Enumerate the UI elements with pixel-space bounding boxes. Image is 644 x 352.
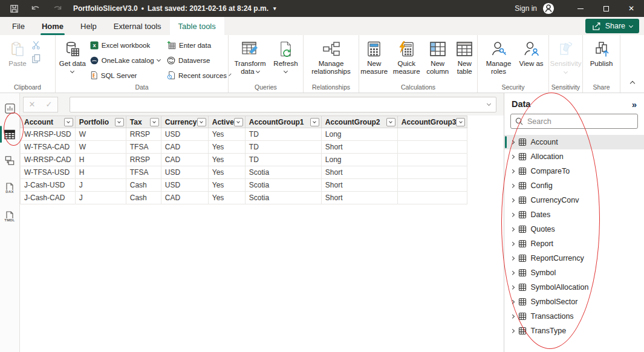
table-list-item-transactions[interactable]: Transactions <box>504 309 644 324</box>
get-data-button[interactable]: Get data <box>58 37 87 83</box>
table-cell[interactable]: CAD <box>161 141 208 154</box>
column-header-currency[interactable]: Currency <box>161 116 208 128</box>
expand-chevron-icon[interactable] <box>510 285 514 289</box>
sensitivity-button[interactable]: Sensitivity <box>549 37 582 83</box>
table-cell[interactable]: RRSP <box>126 128 161 141</box>
table-cell[interactable]: W <box>75 141 126 154</box>
tab-file[interactable]: File <box>4 17 33 35</box>
table-view-button[interactable] <box>0 124 20 145</box>
table-cell[interactable]: Scotia <box>245 179 321 192</box>
table-cell[interactable]: TFSA <box>126 141 161 154</box>
column-header-accountgroup2[interactable]: AccountGroup2 <box>321 116 397 128</box>
save-icon[interactable] <box>10 4 19 13</box>
tab-help[interactable]: Help <box>72 17 105 35</box>
expand-chevron-icon[interactable] <box>510 256 514 260</box>
refresh-button[interactable]: Refresh <box>270 37 302 83</box>
table-cell[interactable] <box>397 192 467 204</box>
dax-query-view-button[interactable]: DAX <box>0 178 20 198</box>
title-dropdown-icon[interactable]: ▾ <box>273 5 276 11</box>
table-cell[interactable]: Yes <box>208 141 245 154</box>
expand-chevron-icon[interactable] <box>510 140 514 144</box>
table-cell[interactable]: Short <box>321 192 397 204</box>
model-view-button[interactable] <box>0 150 20 171</box>
cancel-formula-icon[interactable]: ✕ <box>29 100 36 109</box>
table-list-item-quotes[interactable]: Quotes <box>504 222 644 236</box>
formula-expand-icon[interactable] <box>487 102 491 106</box>
tab-home[interactable]: Home <box>33 17 72 35</box>
undo-icon[interactable] <box>31 4 41 13</box>
share-button[interactable]: Share <box>585 19 639 33</box>
column-header-accountgroup3[interactable]: AccountGroup3 <box>397 116 467 128</box>
column-filter-button[interactable] <box>456 118 465 126</box>
table-cell[interactable]: TD <box>245 154 321 166</box>
table-cell[interactable]: Yes <box>208 179 245 192</box>
collapse-ribbon-button[interactable] <box>631 77 634 88</box>
expand-chevron-icon[interactable] <box>510 271 514 275</box>
expand-chevron-icon[interactable] <box>510 242 514 246</box>
column-filter-button[interactable] <box>115 118 124 126</box>
table-list-item-reportcurrency[interactable]: ReportCurrency <box>504 251 644 266</box>
expand-chevron-icon[interactable] <box>510 213 514 217</box>
new-table-button[interactable]: New table <box>452 37 477 83</box>
view-as-button[interactable]: View as <box>518 37 545 83</box>
table-list-item-dates[interactable]: Dates <box>504 207 644 222</box>
table-cell[interactable]: W-RRSP-USD <box>21 128 76 141</box>
table-cell[interactable] <box>397 179 467 192</box>
column-filter-button[interactable] <box>197 118 206 126</box>
quick-measure-button[interactable]: Quick measure <box>389 37 423 83</box>
table-cell[interactable]: W-TFSA-USD <box>21 166 76 179</box>
table-cell[interactable]: Long <box>321 128 397 141</box>
tab-external-tools[interactable]: External tools <box>105 17 170 35</box>
column-header-active[interactable]: Active <box>208 116 245 128</box>
column-header-portfolio[interactable]: Portfolio <box>75 116 126 128</box>
manage-relationships-button[interactable]: Manage relationships <box>305 37 358 83</box>
table-list-item-symbolallocation[interactable]: SymbolAllocation <box>504 280 644 295</box>
report-view-button[interactable] <box>0 98 20 119</box>
table-cell[interactable]: Yes <box>208 154 245 166</box>
table-cell[interactable]: Yes <box>208 166 245 179</box>
excel-workbook-button[interactable]: x Excel workbook <box>87 37 164 53</box>
publish-button[interactable]: Publish <box>586 37 617 83</box>
maximize-button[interactable] <box>593 0 619 17</box>
close-button[interactable]: ✕ <box>619 0 644 17</box>
expand-chevron-icon[interactable] <box>510 329 514 333</box>
table-cell[interactable] <box>397 141 467 154</box>
sql-server-button[interactable]: SQL Server <box>87 68 164 83</box>
table-cell[interactable]: H <box>75 154 126 166</box>
table-cell[interactable]: USD <box>161 128 208 141</box>
enter-data-button[interactable]: Enter data <box>164 37 228 53</box>
transform-data-button[interactable]: Transform data <box>230 37 270 83</box>
collapse-pane-icon[interactable]: » <box>632 100 637 109</box>
copy-icon[interactable] <box>31 54 41 64</box>
expand-chevron-icon[interactable] <box>510 300 514 304</box>
column-header-account[interactable]: Account <box>21 116 76 128</box>
new-column-button[interactable]: New column <box>424 37 452 83</box>
table-list-item-config[interactable]: Config <box>504 178 644 193</box>
expand-chevron-icon[interactable] <box>510 169 514 173</box>
table-cell[interactable] <box>397 166 467 179</box>
table-cell[interactable]: H <box>75 166 126 179</box>
table-cell[interactable]: Short <box>321 141 397 154</box>
expand-chevron-icon[interactable] <box>510 315 514 318</box>
table-cell[interactable]: Long <box>321 154 397 166</box>
new-measure-button[interactable]: New measure <box>359 37 389 83</box>
commit-formula-icon[interactable]: ✓ <box>46 100 53 109</box>
table-cell[interactable]: J <box>75 192 126 204</box>
table-cell[interactable]: TFSA <box>126 166 161 179</box>
table-cell[interactable]: RRSP <box>126 154 161 166</box>
tmdl-view-button[interactable]: TMDL <box>0 206 20 227</box>
column-filter-button[interactable] <box>64 118 73 126</box>
column-filter-button[interactable] <box>234 118 243 126</box>
table-cell[interactable]: Cash <box>126 192 161 204</box>
minimize-button[interactable] <box>568 0 593 17</box>
table-cell[interactable]: Scotia <box>245 166 321 179</box>
table-cell[interactable]: Yes <box>208 192 245 204</box>
manage-roles-button[interactable]: Manage roles <box>481 37 516 83</box>
search-input[interactable] <box>527 117 633 126</box>
table-cell[interactable] <box>397 128 467 141</box>
column-filter-button[interactable] <box>150 118 159 126</box>
table-cell[interactable]: CAD <box>161 192 208 204</box>
table-cell[interactable]: CAD <box>161 154 208 166</box>
column-filter-button[interactable] <box>386 118 395 126</box>
table-cell[interactable]: TD <box>245 128 321 141</box>
